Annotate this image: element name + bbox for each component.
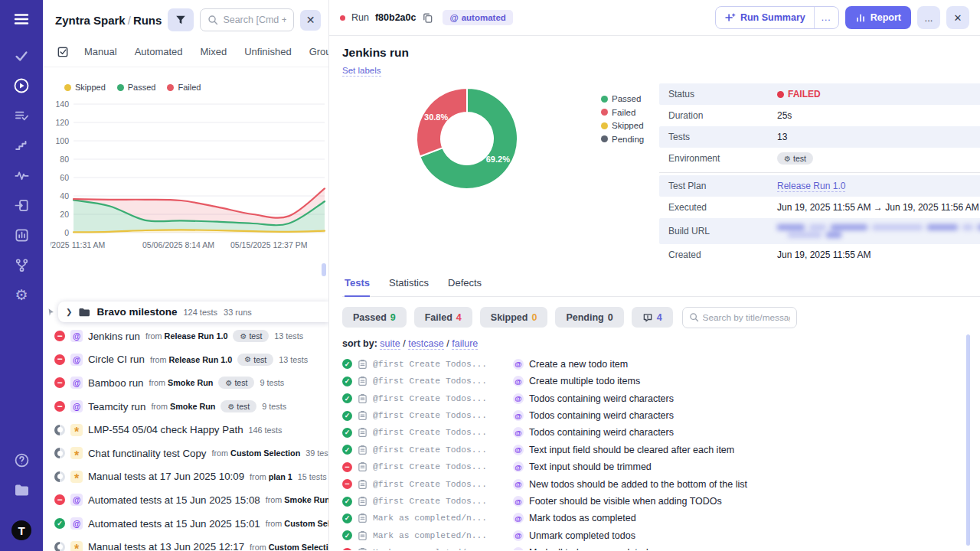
- pulse-activity-icon[interactable]: [13, 167, 30, 184]
- help-icon[interactable]: [13, 452, 30, 468]
- test-title[interactable]: Footer should be visible when adding TOD…: [529, 496, 722, 507]
- suite-name[interactable]: @first Create Todos...: [373, 445, 508, 455]
- projects-folder-icon[interactable]: [13, 481, 30, 498]
- suite-name[interactable]: Mark as completed/n...: [373, 514, 508, 523]
- suite-name[interactable]: @first Create Todos...: [373, 411, 508, 420]
- set-labels-link[interactable]: Set labels: [342, 66, 381, 77]
- suite-name[interactable]: @first Create Todos...: [373, 428, 508, 437]
- left-scrollbar-thumb[interactable]: [322, 263, 326, 276]
- test-row[interactable]: @first Create Todos...@Text input field …: [342, 442, 980, 458]
- run-summary-button[interactable]: Run Summary ...: [715, 6, 839, 29]
- suite-name[interactable]: @first Create Todos...: [373, 394, 508, 403]
- run-name[interactable]: Teamcity run: [88, 401, 145, 412]
- run-name[interactable]: Manual tests at 17 Jun 2025 10:09: [88, 471, 244, 482]
- run-name[interactable]: Circle CI run: [88, 354, 145, 365]
- test-row[interactable]: @first Create Todos...@Create a new todo…: [342, 356, 980, 373]
- filter-pending[interactable]: Pending0: [555, 307, 623, 328]
- suite-name[interactable]: @first Create Todos...: [373, 462, 508, 471]
- plans-list-icon[interactable]: [13, 107, 30, 124]
- filter-button[interactable]: [168, 8, 194, 31]
- filter-skipped[interactable]: Skipped0: [480, 307, 548, 328]
- run-name[interactable]: Automated tests at 15 Jun 2025 15:08: [88, 494, 260, 506]
- test-plan-link[interactable]: Release Run 1.0: [777, 181, 845, 192]
- run-list-item[interactable]: @ Circle CI run from Release Run 1.0 ⚙te…: [43, 348, 329, 372]
- run-name[interactable]: Chat functinality test Copy: [88, 448, 206, 459]
- menu-icon[interactable]: [13, 11, 30, 28]
- run-list-item[interactable]: * Manual tests at 13 Jun 2025 12:17 from…: [43, 535, 329, 551]
- group-name[interactable]: Bravo milestone: [96, 306, 177, 318]
- chevron-right-icon[interactable]: ❯: [66, 308, 72, 316]
- filter-comments[interactable]: 4: [632, 307, 673, 328]
- test-title[interactable]: New todos should be added to the bottom …: [529, 479, 747, 490]
- test-row[interactable]: Mark as completed/n...@Mark all todos as…: [342, 544, 980, 550]
- run-list-item[interactable]: @ Automated tests at 15 Jun 2025 15:08 f…: [43, 488, 329, 512]
- test-row[interactable]: @first Create Todos...@Footer should be …: [342, 493, 980, 510]
- tab-statistics[interactable]: Statistics: [389, 277, 429, 296]
- copy-icon[interactable]: [422, 12, 433, 24]
- close-panel-button[interactable]: ✕: [300, 10, 321, 31]
- run-name[interactable]: Manual tests at 13 Jun 2025 12:17: [88, 541, 244, 551]
- suite-name[interactable]: Mark as completed/n...: [373, 548, 508, 550]
- report-button[interactable]: Report: [845, 6, 911, 29]
- tab-manual[interactable]: Manual: [84, 46, 117, 57]
- filter-passed[interactable]: Passed9: [342, 307, 407, 328]
- run-list-item[interactable]: * Manual tests at 17 Jun 2025 10:09 from…: [43, 465, 329, 489]
- test-title[interactable]: Text input should be trimmed: [529, 461, 652, 472]
- breadcrumb-page[interactable]: Runs: [133, 14, 162, 27]
- tests-search[interactable]: [682, 307, 797, 328]
- run-list-item[interactable]: @ Teamcity run from Smoke Run ⚙test 9 te…: [43, 395, 329, 419]
- tab-mixed[interactable]: Mixed: [201, 46, 227, 57]
- test-title[interactable]: Mark all todos as completed: [529, 547, 648, 550]
- tests-check-icon[interactable]: [13, 47, 30, 64]
- run-list-item[interactable]: @ Bamboo run from Smoke Run ⚙test 9 test…: [43, 371, 329, 395]
- close-detail-button[interactable]: ✕: [946, 6, 969, 29]
- runs-play-icon[interactable]: [13, 77, 30, 94]
- suite-name[interactable]: @first Create Todos...: [373, 497, 508, 506]
- tab-automated[interactable]: Automated: [135, 46, 183, 57]
- run-summary-more-button[interactable]: ...: [815, 7, 838, 28]
- run-name[interactable]: Bamboo run: [88, 377, 143, 389]
- branch-icon[interactable]: [13, 256, 30, 273]
- test-row[interactable]: Mark as completed/n...@Unmark completed …: [342, 527, 980, 544]
- tab-tests[interactable]: Tests: [345, 277, 370, 297]
- import-icon[interactable]: [13, 197, 30, 214]
- more-options-button[interactable]: ...: [917, 6, 940, 29]
- test-title[interactable]: Todos containing weird characters: [529, 427, 674, 438]
- analytics-chart-icon[interactable]: [13, 227, 30, 243]
- test-row[interactable]: @first Create Todos...@New todos should …: [342, 475, 980, 492]
- test-row[interactable]: @first Create Todos...@Todos containing …: [342, 424, 980, 441]
- run-list-item[interactable]: * LMP-554 05/04 check Happy Path 146 tes…: [43, 418, 329, 442]
- test-title[interactable]: Text input field should be cleared after…: [529, 445, 734, 455]
- test-title[interactable]: Create a new todo item: [529, 359, 628, 370]
- right-scrollbar-thumb[interactable]: [966, 334, 970, 546]
- breadcrumb-project[interactable]: Zyntra Spark: [55, 14, 126, 27]
- test-row[interactable]: @first Create Todos...@Text input should…: [342, 458, 980, 475]
- suite-name[interactable]: @first Create Todos...: [373, 377, 508, 386]
- run-name[interactable]: Automated tests at 15 Jun 2025 15:01: [88, 518, 260, 530]
- test-title[interactable]: Todos containing weird characters: [529, 410, 674, 421]
- tests-search-input[interactable]: [703, 312, 790, 323]
- test-title[interactable]: Mark todos as completed: [529, 513, 636, 523]
- test-row[interactable]: @first Create Todos...@Create multiple t…: [342, 373, 980, 390]
- runs-search-input[interactable]: [223, 15, 286, 25]
- test-title[interactable]: Create multiple todo items: [529, 376, 640, 386]
- test-title[interactable]: Todos containing weird characters: [529, 393, 674, 404]
- run-name[interactable]: LMP-554 05/04 check Happy Path: [88, 424, 243, 435]
- test-row[interactable]: @first Create Todos...@Todos containing …: [342, 407, 980, 424]
- run-list-item[interactable]: * Chat functinality test Copy from Custo…: [43, 442, 329, 465]
- tab-unfinished[interactable]: Unfinished: [244, 46, 291, 57]
- suite-name[interactable]: Mark as completed/n...: [373, 531, 508, 540]
- run-name[interactable]: Jenkins run: [88, 331, 140, 342]
- sort-by-testcase[interactable]: testcase: [408, 338, 444, 350]
- runs-search[interactable]: [200, 8, 294, 31]
- sort-by-failure[interactable]: failure: [452, 338, 478, 350]
- test-row[interactable]: Mark as completed/n...@Mark todos as com…: [342, 510, 980, 527]
- run-list-item[interactable]: @ Automated tests at 15 Jun 2025 15:01 f…: [43, 512, 329, 536]
- sort-by-suite[interactable]: suite: [380, 338, 400, 350]
- filter-failed[interactable]: Failed4: [414, 307, 472, 328]
- run-list-item[interactable]: @ Jenkins run from Release Run 1.0 ⚙test…: [43, 324, 329, 348]
- tab-groups[interactable]: Groups: [309, 46, 329, 57]
- suite-name[interactable]: @first Create Todos...: [373, 480, 508, 489]
- run-group-row[interactable]: ❯ Bravo milestone 124 tests 33 runs: [58, 302, 329, 322]
- settings-gear-icon[interactable]: ⚙: [13, 286, 30, 303]
